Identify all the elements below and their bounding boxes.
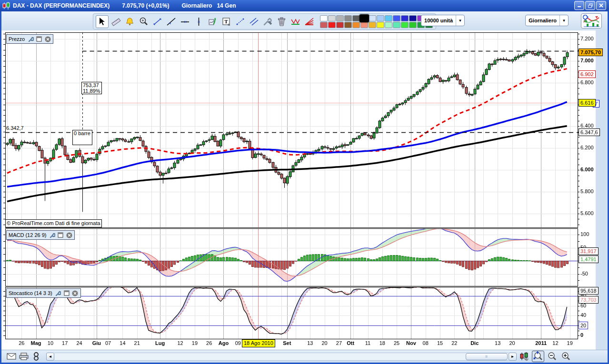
fan-pattern-tool[interactable] xyxy=(303,15,316,28)
horizontal-line-tool[interactable] xyxy=(179,15,191,28)
x-axis-week-label: 19 xyxy=(192,340,198,346)
color-swatch[interactable] xyxy=(401,22,409,28)
candle-settings-button[interactable] xyxy=(518,351,530,362)
chevron-down-icon[interactable]: ▼ xyxy=(559,15,568,26)
close-icon[interactable] xyxy=(66,232,72,238)
forecast-tool[interactable] xyxy=(206,15,219,28)
scroll-left-button[interactable]: ◄ xyxy=(46,353,54,361)
x-axis-month-label: Giu xyxy=(92,340,101,346)
chart-canvas[interactable] xyxy=(1,30,596,350)
color-swatch[interactable] xyxy=(377,15,384,21)
scrollbar-thumb[interactable]: ≡ xyxy=(466,353,508,360)
application-window: DAX - DAX (PERFORMANCEINDEX) 7.075,70 (+… xyxy=(0,0,609,364)
color-swatch[interactable] xyxy=(393,22,400,28)
chart-display-settings-button[interactable] xyxy=(581,13,602,29)
line-tool[interactable] xyxy=(165,15,178,28)
close-icon[interactable] xyxy=(72,290,79,296)
color-swatch[interactable] xyxy=(344,15,352,21)
zoom-fit-button[interactable] xyxy=(532,351,544,362)
email-icon[interactable] xyxy=(5,351,18,362)
color-swatch[interactable] xyxy=(352,22,360,28)
text-tool[interactable]: T xyxy=(220,15,233,28)
color-swatch[interactable] xyxy=(369,22,376,28)
print-icon[interactable] xyxy=(18,351,30,362)
wrench-icon[interactable] xyxy=(55,290,61,296)
title-bar[interactable]: DAX - DAX (PERFORMANCEINDEX) 7.075,70 (+… xyxy=(0,0,609,11)
close-icon[interactable] xyxy=(44,36,51,42)
color-swatch[interactable] xyxy=(352,15,360,21)
color-swatch[interactable] xyxy=(385,15,392,21)
x-axis-month-label: 2011 xyxy=(535,340,547,346)
color-swatch[interactable] xyxy=(328,15,336,21)
scrollbar-track[interactable]: ≡ xyxy=(54,353,509,361)
axis-tick-label: -50 xyxy=(580,271,588,276)
timeframe-dropdown[interactable]: Giornaliero ▼ xyxy=(525,15,569,26)
chart-mode-icon xyxy=(583,15,600,27)
units-value: 10000 unità xyxy=(421,18,456,23)
restore-button[interactable] xyxy=(585,1,595,10)
color-swatch[interactable] xyxy=(393,15,400,21)
axis-tick-label: 5.800 xyxy=(580,188,594,194)
trash-tool[interactable] xyxy=(275,15,288,28)
color-swatch[interactable] xyxy=(320,15,328,21)
zoom-in-button[interactable] xyxy=(559,351,572,362)
color-swatch[interactable] xyxy=(336,22,344,28)
ruler-tool[interactable] xyxy=(110,15,122,28)
color-swatch[interactable] xyxy=(328,22,336,28)
scroll-right-button[interactable]: ► xyxy=(509,353,517,361)
macd-panel-header[interactable]: MACD (12 26 9) xyxy=(6,230,75,240)
price-panel-title: Prezzo xyxy=(9,36,25,42)
timeframe-value: Giornaliero xyxy=(526,18,559,23)
status-bar: ◄ ≡ ► xyxy=(1,350,608,363)
color-swatch[interactable] xyxy=(369,15,376,21)
x-axis-week-label: 26 xyxy=(19,340,24,346)
x-axis-week-label: 13 xyxy=(495,340,500,346)
vertical-line-tool[interactable] xyxy=(192,15,205,28)
x-axis-week-label: 12 xyxy=(552,340,558,346)
selected-date-label[interactable]: 18 Ago 2010 xyxy=(242,339,275,347)
window-icon[interactable] xyxy=(57,232,64,238)
minimize-button[interactable] xyxy=(574,1,584,10)
color-swatch[interactable] xyxy=(359,14,369,22)
price-panel-header[interactable]: Prezzo xyxy=(6,34,53,44)
measure-annotation[interactable]: 753,37 11,89% xyxy=(81,82,102,94)
color-swatch[interactable] xyxy=(377,22,384,28)
x-axis-week-label: 18 xyxy=(379,340,385,346)
color-swatch[interactable] xyxy=(320,22,328,28)
stoch-d-value-box: 73,703 xyxy=(579,296,599,304)
dotted-segment-tool[interactable] xyxy=(234,15,247,28)
zigzag-pattern-tool[interactable] xyxy=(289,15,302,28)
close-button[interactable] xyxy=(596,1,606,10)
zoom-plus-tool[interactable] xyxy=(137,15,150,28)
alert-bell-tool[interactable] xyxy=(123,15,136,28)
color-swatch[interactable] xyxy=(409,22,417,28)
axis-tick-label: 7.200 xyxy=(580,36,594,41)
wrench-icon[interactable] xyxy=(49,232,55,238)
window-icon[interactable] xyxy=(36,36,42,42)
x-axis-week-label: 09 xyxy=(235,340,241,346)
color-swatch[interactable] xyxy=(344,22,352,28)
x-axis-week-label: 08 xyxy=(423,340,429,346)
wrench-icon[interactable] xyxy=(27,36,34,42)
chevron-down-icon[interactable]: ▼ xyxy=(456,15,464,26)
color-swatch[interactable] xyxy=(336,15,344,21)
segment-tool[interactable] xyxy=(151,15,164,28)
link-icon[interactable] xyxy=(30,351,42,362)
color-swatch[interactable] xyxy=(385,22,392,28)
measure-points: 753,37 xyxy=(83,82,100,88)
window-icon[interactable] xyxy=(63,290,70,296)
settings-tools[interactable] xyxy=(261,15,274,28)
macd-panel-title: MACD (12 26 9) xyxy=(9,232,46,238)
zoom-out-button[interactable] xyxy=(546,351,558,362)
color-swatch[interactable] xyxy=(360,22,368,28)
axis-tick-label: 5.600 xyxy=(580,210,594,216)
color-swatch[interactable] xyxy=(401,15,409,21)
units-dropdown[interactable]: 10000 unità ▼ xyxy=(421,15,465,26)
cursor-tool[interactable] xyxy=(96,15,109,28)
x-axis-week-label: 13 xyxy=(307,340,313,346)
color-swatch[interactable] xyxy=(409,15,417,21)
parallel-lines-tool[interactable] xyxy=(248,15,260,28)
bars-annotation[interactable]: 0 barre xyxy=(72,130,92,145)
stoch-panel-header[interactable]: Stocastico (14 3 3) xyxy=(6,288,81,298)
x-axis-week-label: 17 xyxy=(62,340,68,346)
